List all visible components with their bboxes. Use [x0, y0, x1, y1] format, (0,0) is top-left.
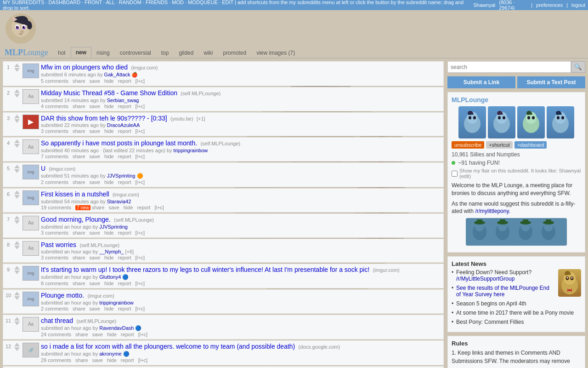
save-link[interactable]: save: [90, 78, 100, 84]
save-link[interactable]: save: [90, 281, 100, 286]
save-link[interactable]: save: [90, 230, 100, 236]
save-link[interactable]: save: [90, 128, 100, 134]
submit-link-button[interactable]: Submit a Link: [447, 76, 515, 88]
comments-link[interactable]: 3 comments: [41, 128, 68, 134]
author-link[interactable]: Gak_Attack: [104, 72, 130, 77]
hide-link[interactable]: hide: [107, 332, 117, 337]
tab-wiki[interactable]: wiki: [198, 47, 218, 58]
share-link[interactable]: share: [75, 332, 88, 337]
flair-checkbox[interactable]: [452, 171, 458, 177]
comments-link[interactable]: 7 comments: [41, 154, 68, 159]
post-title[interactable]: Past worries: [41, 241, 76, 248]
upvote-button[interactable]: [14, 317, 20, 321]
share-link[interactable]: share: [73, 154, 85, 159]
report-link[interactable]: report: [121, 332, 134, 337]
search-button[interactable]: 🔍: [571, 61, 585, 73]
author-link[interactable]: akronyme: [99, 351, 121, 356]
comments-link[interactable]: 2 comments: [41, 179, 68, 185]
topbar-username[interactable]: Shawnyal: [474, 2, 496, 8]
comments-link[interactable]: 3 comments: [41, 255, 68, 260]
downvote-button[interactable]: [14, 68, 20, 72]
upvote-button[interactable]: [14, 292, 20, 295]
post-title[interactable]: It's starting to warm up! I took three r…: [41, 266, 369, 273]
report-link[interactable]: report: [118, 104, 131, 109]
save-link[interactable]: save: [90, 154, 100, 159]
share-link[interactable]: share: [92, 205, 105, 210]
tab-controversial[interactable]: controversial: [115, 47, 156, 58]
hide-link[interactable]: hide: [104, 78, 114, 84]
share-link[interactable]: share: [73, 104, 85, 109]
report-link[interactable]: report: [118, 179, 131, 185]
tab-top[interactable]: top: [156, 47, 174, 58]
comments-link[interactable]: 24 comments: [41, 332, 71, 337]
author-link[interactable]: RavendavDash: [99, 325, 134, 331]
share-link[interactable]: share: [73, 281, 85, 286]
author-link[interactable]: JJVSprinting: [107, 173, 136, 178]
comments-link[interactable]: 5 comments: [41, 78, 68, 84]
downvote-button[interactable]: [14, 270, 20, 274]
share-link[interactable]: share: [75, 357, 88, 363]
share-link[interactable]: share: [73, 230, 85, 236]
author-link[interactable]: DracoAzuleAA: [107, 122, 140, 128]
hide-link[interactable]: hide: [104, 104, 114, 109]
downvote-button[interactable]: [14, 94, 20, 98]
post-title[interactable]: So apparently i have most posts in ploun…: [41, 139, 197, 147]
report-link[interactable]: report: [137, 205, 151, 210]
comments-link[interactable]: 3 comments: [41, 230, 68, 236]
comments-link[interactable]: 2 comments: [41, 306, 68, 311]
shortcut-button[interactable]: +shortcut: [486, 141, 513, 149]
upvote-button[interactable]: [14, 241, 20, 245]
hide-link[interactable]: hide: [107, 357, 117, 363]
report-link[interactable]: report: [118, 306, 131, 311]
downvote-button[interactable]: [14, 296, 20, 300]
hide-link[interactable]: hide: [104, 306, 114, 311]
hide-link[interactable]: hide: [104, 179, 114, 185]
share-link[interactable]: share: [73, 179, 85, 185]
author-link[interactable]: trippingrainbow: [174, 148, 208, 153]
submit-text-button[interactable]: Submit a Text Post: [517, 76, 585, 88]
dashboard-button[interactable]: +dashboard: [514, 141, 547, 149]
report-link[interactable]: report: [118, 255, 131, 260]
hide-link[interactable]: hide: [104, 281, 114, 286]
author-link[interactable]: Gluttony4: [99, 274, 121, 280]
comments-link[interactable]: 4 comments: [41, 104, 68, 109]
upvote-button[interactable]: [14, 216, 20, 219]
hide-link[interactable]: hide: [104, 255, 114, 260]
save-link[interactable]: save: [90, 255, 100, 260]
post-title[interactable]: so i made a list for xcom with all the p…: [41, 343, 295, 350]
save-link[interactable]: save: [90, 306, 100, 311]
downvote-button[interactable]: [14, 119, 20, 123]
tab-promoted[interactable]: promoted: [218, 47, 251, 58]
share-link[interactable]: share: [73, 78, 85, 84]
report-link[interactable]: report: [118, 78, 131, 84]
upvote-button[interactable]: [14, 266, 20, 270]
upvote-button[interactable]: [14, 63, 20, 67]
post-title[interactable]: Good morning, Plounge.: [41, 216, 111, 223]
save-link[interactable]: save: [92, 357, 103, 363]
post-title[interactable]: DAR this show from teh le 90s????? - [0:…: [41, 115, 167, 122]
save-link[interactable]: save: [92, 332, 103, 337]
author-link[interactable]: Serbian_swag: [107, 98, 139, 103]
downvote-button[interactable]: [14, 347, 20, 351]
downvote-button[interactable]: [14, 169, 20, 173]
search-input[interactable]: [447, 61, 571, 73]
hide-link[interactable]: hide: [104, 230, 114, 236]
upvote-button[interactable]: [14, 165, 20, 168]
share-link[interactable]: share: [73, 306, 85, 311]
topbar-prefs-link[interactable]: preferences: [536, 2, 563, 8]
news-link[interactable]: See the results of the MtLPounge End of …: [456, 285, 549, 298]
downvote-button[interactable]: [14, 246, 20, 249]
post-title[interactable]: Plounge motto.: [41, 292, 84, 299]
tab-rising[interactable]: rising: [91, 47, 115, 58]
post-title[interactable]: First kisses in a nutshell: [41, 190, 109, 198]
author-link[interactable]: Staravia42: [107, 199, 131, 204]
upvote-button[interactable]: [14, 139, 20, 143]
share-link[interactable]: share: [73, 255, 85, 260]
author-link[interactable]: JJVSprinting: [99, 224, 128, 230]
news-link[interactable]: /r/MyLittleSupportGroup: [456, 276, 514, 282]
mlp-link[interactable]: /r/mylittlepony.: [475, 208, 510, 214]
share-link[interactable]: share: [73, 128, 85, 134]
report-link[interactable]: report: [118, 230, 131, 236]
report-link[interactable]: report: [121, 357, 134, 363]
comments-link[interactable]: 29 comments: [41, 357, 71, 363]
